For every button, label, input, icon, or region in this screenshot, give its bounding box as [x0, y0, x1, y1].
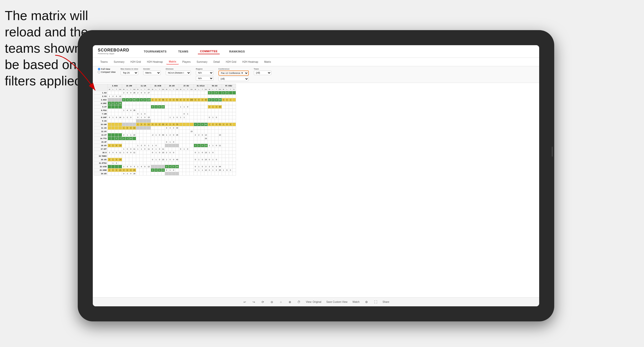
zoom-in-button[interactable]: ⊕: [288, 300, 292, 304]
tablet-side-button[interactable]: [552, 147, 553, 157]
subnav-summary[interactable]: Summary: [111, 60, 127, 64]
col-d-uu: Dif: [218, 88, 222, 91]
col-l-asu: L: [111, 88, 115, 91]
save-custom-button[interactable]: Save Custom View: [326, 301, 347, 303]
row-label-ut: 5. UT: [94, 105, 108, 109]
compact-view-label: Compact View: [101, 71, 116, 73]
table-row: 21. ETSU 10: [94, 161, 236, 165]
zoom-in-icon: ⊕: [288, 300, 292, 304]
col-t-osu: T: [229, 88, 232, 91]
filter-bar: Full View Compact View Max teams in view…: [93, 66, 539, 83]
undo-button[interactable]: ↩: [243, 300, 247, 304]
row-label-uo: 16. UO: [94, 144, 108, 147]
row-label-ucb: 22. UCB: [94, 165, 108, 168]
subnav-h2h-grid2[interactable]: H2H Grid: [223, 60, 239, 64]
table-row: 15. UF 010: [94, 140, 236, 144]
full-view-radio[interactable]: Full View: [98, 68, 116, 70]
col-l-su: L: [182, 88, 186, 91]
gender-select[interactable]: Men's: [143, 71, 161, 75]
subnav-teams[interactable]: Teams: [98, 60, 110, 64]
table-row: 16. UO 210-14 1201 10 21013 11011: [94, 144, 236, 147]
nav-committee[interactable]: COMMITTEE: [198, 49, 220, 54]
reset-button[interactable]: ⟳: [261, 300, 265, 304]
row-label-ttu: 14. TTU: [94, 137, 108, 140]
share-button[interactable]: Share: [383, 301, 389, 303]
col-l-osu: L: [225, 88, 229, 91]
division-select[interactable]: NCAA Division I: [166, 71, 191, 75]
row-label-ua: 9. UA: [94, 119, 108, 123]
clock-icon: ⏱: [297, 300, 301, 304]
table-row: 2. VU 12012: [94, 95, 236, 98]
region-label: Region: [196, 68, 213, 70]
subnav-matrix2[interactable]: Matrix: [262, 60, 274, 64]
zoom-out-button[interactable]: ⊖: [270, 300, 274, 304]
col-l-uw: L: [126, 88, 129, 91]
col-l-uu: L: [211, 88, 215, 91]
team-select[interactable]: (All): [254, 71, 271, 75]
table-row: 23. UNM 200-21 20025 0010 010 01110 0103…: [94, 168, 236, 172]
conference-select2[interactable]: (All): [218, 77, 249, 81]
col-t-ua: T: [143, 88, 147, 91]
row-label-uaf: 8. UAF: [94, 116, 108, 119]
view-original-button[interactable]: View: Original: [306, 301, 321, 303]
max-teams-select[interactable]: Top 25: [121, 71, 138, 75]
region-select[interactable]: N/A: [196, 71, 213, 75]
table-row: 18. U 20011 10011 01010 200 01013 10: [94, 151, 236, 154]
table-row: 22. UCB 1303 14012 03044 0103 20044: [94, 165, 236, 168]
redo-button[interactable]: ↪: [252, 300, 256, 304]
row-label-ut2: 13. UT: [94, 133, 108, 137]
logo-title: SCOREBOARD: [98, 48, 129, 52]
col-w-su: W: [179, 88, 182, 91]
table-row: 3. ASU 04080 150120 20048 10052 600160 6…: [94, 98, 236, 102]
subnav-h2h-grid[interactable]: H2H Grid: [128, 60, 143, 64]
row-label-vu: 2. VU: [94, 95, 108, 98]
col-t-su: T: [186, 88, 189, 91]
conference-select[interactable]: Pac-12 Conference ▼: [218, 71, 249, 76]
table-row: 17. GIT 10011 11011 01011 010: [94, 147, 236, 151]
col-d-uo: Dif: [175, 88, 179, 91]
division-label: Division: [166, 68, 191, 70]
table-row: 5. UT 01022 110 21040: [94, 105, 236, 109]
row-label-ua2: 11. UA: [94, 126, 108, 130]
nav-teams[interactable]: TEAMS: [176, 49, 190, 54]
col-t-asu: T: [115, 88, 118, 91]
subnav-players[interactable]: Players: [180, 60, 193, 64]
col-w-ucla: W: [194, 88, 197, 91]
col-d-asu: Dif: [118, 88, 122, 91]
subnav-matrix[interactable]: Matrix: [166, 59, 179, 65]
compact-view-radio[interactable]: Compact View: [98, 71, 116, 73]
subnav-detail[interactable]: Detail: [211, 60, 222, 64]
clock-button[interactable]: ⏱: [297, 300, 301, 304]
matrix-table: 3. ASU 10. UW 11. UA 22. UCB 24. UO 27. …: [94, 84, 236, 176]
col-header-ua: 11. UA: [136, 84, 151, 88]
row-label-fsu: 6. FSU: [94, 109, 108, 112]
col-l-ua: L: [140, 88, 143, 91]
row-label-ug: 20. UG: [94, 158, 108, 161]
col-w-uo: W: [165, 88, 168, 91]
col-header-asu: 3. ASU: [108, 84, 122, 88]
col-w-osu: W: [222, 88, 225, 91]
table-row: 7. UM 010 01: [94, 112, 236, 116]
conference-label: Conference: [218, 68, 249, 70]
col-t-ucb: T: [158, 88, 161, 91]
col-w-ucb: W: [151, 88, 154, 91]
expand-button[interactable]: ⛶: [374, 300, 378, 304]
col-header-uw: 10. UW: [122, 84, 136, 88]
col-header-osu: 57. OSU: [222, 84, 236, 88]
nav-tournaments[interactable]: TOURNAMENTS: [142, 49, 169, 54]
col-t-uu: T: [215, 88, 218, 91]
watch-button[interactable]: Watch: [353, 301, 360, 303]
team-label: Team: [254, 68, 271, 70]
region-select2[interactable]: N/A: [196, 76, 213, 81]
col-header-su: 27. SU: [179, 84, 194, 88]
max-teams-label: Max teams in view: [121, 68, 138, 70]
settings-button[interactable]: ⚙: [365, 300, 369, 304]
row-label-asu: 3. ASU: [94, 98, 108, 102]
subnav-h2h-heatmap2[interactable]: H2H Heatmap: [240, 60, 261, 64]
zoom-reset-button[interactable]: ○: [279, 300, 283, 304]
col-l-ucb: L: [154, 88, 158, 91]
subnav-h2h-heatmap[interactable]: H2H Heatmap: [144, 60, 165, 64]
col-d-uw: Dif: [133, 88, 136, 91]
subnav-summary2[interactable]: Summary: [194, 60, 210, 64]
nav-rankings[interactable]: RANKINGS: [227, 49, 247, 54]
